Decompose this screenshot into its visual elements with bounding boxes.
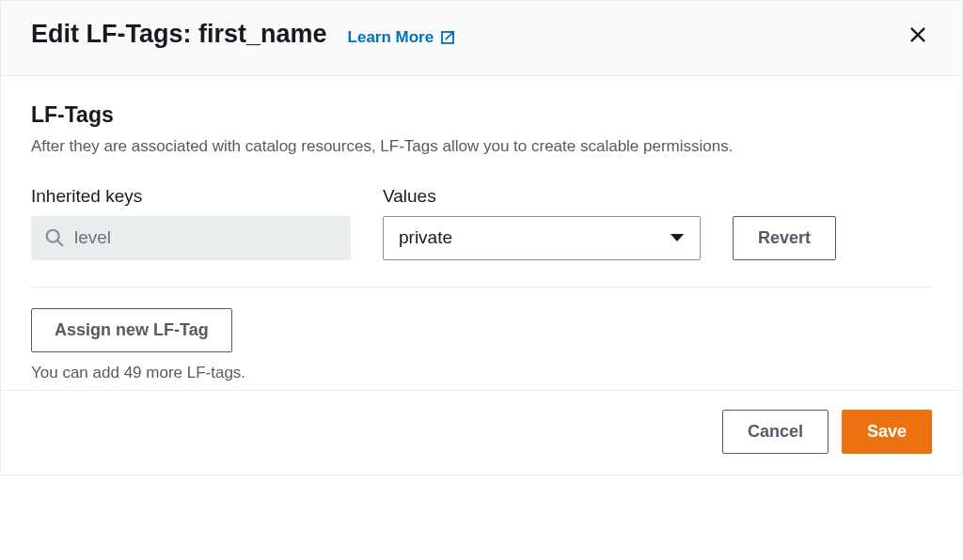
- close-icon: [908, 24, 928, 45]
- inherited-keys-column: Inherited keys level: [31, 186, 351, 260]
- modal-footer: Cancel Save: [1, 390, 962, 474]
- save-button[interactable]: Save: [842, 410, 932, 454]
- modal-header: Edit LF-Tags: first_name Learn More: [1, 1, 962, 76]
- section-description: After they are associated with catalog r…: [31, 135, 932, 158]
- modal-body: LF-Tags After they are associated with c…: [1, 76, 962, 390]
- inherited-key-value: level: [74, 227, 111, 248]
- divider: [31, 287, 932, 288]
- values-selected: private: [399, 227, 452, 248]
- external-link-icon: [439, 29, 456, 46]
- assign-new-lf-tag-button[interactable]: Assign new LF-Tag: [31, 308, 232, 352]
- edit-lf-tags-modal: Edit LF-Tags: first_name Learn More LF-T…: [0, 0, 963, 475]
- inherited-key-input[interactable]: level: [31, 216, 351, 260]
- close-button[interactable]: [904, 21, 932, 49]
- search-icon: [44, 227, 65, 248]
- revert-button[interactable]: Revert: [733, 216, 836, 260]
- remaining-tags-hint: You can add 49 more LF-tags.: [31, 364, 932, 382]
- learn-more-label: Learn More: [348, 28, 434, 47]
- modal-header-left: Edit LF-Tags: first_name Learn More: [31, 20, 456, 49]
- modal-title: Edit LF-Tags: first_name: [31, 20, 327, 49]
- tag-row: Inherited keys level Values private: [31, 186, 932, 260]
- values-column: Values private: [383, 186, 701, 260]
- learn-more-link[interactable]: Learn More: [348, 28, 457, 47]
- revert-column: Revert: [733, 216, 836, 260]
- cancel-button[interactable]: Cancel: [722, 410, 829, 454]
- values-label: Values: [383, 186, 701, 207]
- values-select[interactable]: private: [383, 216, 701, 260]
- chevron-down-icon: [670, 232, 685, 243]
- inherited-keys-label: Inherited keys: [31, 186, 351, 207]
- section-title: LF-Tags: [31, 102, 932, 128]
